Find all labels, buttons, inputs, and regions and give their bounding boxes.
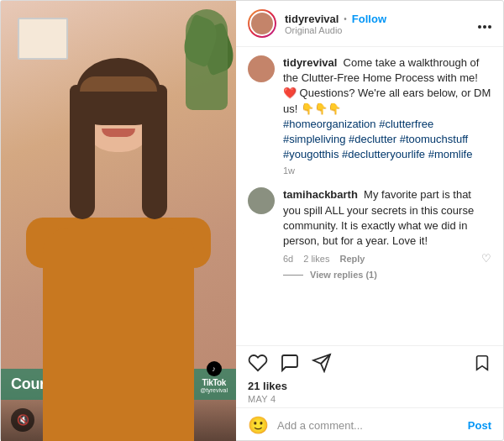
video-panel: Course walkthrough! ♪ TikTok @tyrevival … xyxy=(1,1,236,441)
hair-side-left xyxy=(70,85,95,219)
emoji-button[interactable]: 🙂 xyxy=(248,415,269,435)
tiktok-username: @tyrevival xyxy=(200,387,228,393)
separator: • xyxy=(344,14,347,24)
follow-button[interactable]: Follow xyxy=(352,13,386,25)
comment-2-time: 6d xyxy=(283,254,293,264)
avatar-image xyxy=(249,11,275,36)
bookmark-button[interactable] xyxy=(473,354,491,376)
comment-1-hashtags: #homeorganization #clutterfree #simpleli… xyxy=(283,118,472,160)
action-icons-row xyxy=(248,353,491,376)
view-replies-row: View replies (1) xyxy=(283,270,491,280)
comment-1-content: tidyrevival Come take a walkthrough of t… xyxy=(283,55,491,176)
comment-2-content: tamihackbarth My favorite part is that y… xyxy=(283,187,491,280)
comment-1-text: tidyrevival Come take a walkthrough of t… xyxy=(283,55,491,162)
post-menu-button[interactable] xyxy=(478,15,491,33)
comment-2-meta: 6d 2 likes Reply ♡ xyxy=(283,252,491,265)
post-audio-label: Original Audio xyxy=(285,25,470,35)
comment-2-avatar xyxy=(248,187,275,214)
tiktok-icon: ♪ xyxy=(207,361,222,376)
post-username[interactable]: tidyrevival xyxy=(285,13,339,25)
tiktok-label: TikTok xyxy=(202,378,225,387)
post-avatar xyxy=(248,9,276,38)
comment-1-username[interactable]: tidyrevival xyxy=(283,56,337,69)
share-button[interactable] xyxy=(312,353,332,376)
add-comment-row: 🙂 Post xyxy=(236,407,503,441)
comment-2: tamihackbarth My favorite part is that y… xyxy=(248,187,491,280)
post-header: tidyrevival • Follow Original Audio xyxy=(236,1,503,47)
comments-section: tidyrevival Come take a walkthrough of t… xyxy=(236,47,503,345)
headband xyxy=(80,76,157,92)
comment-button[interactable] xyxy=(280,353,300,376)
comment-input[interactable] xyxy=(277,419,459,432)
comment-1-meta: 1w xyxy=(283,165,491,176)
comment-2-likes: 2 likes xyxy=(303,254,329,264)
svg-point-0 xyxy=(478,25,481,29)
username-row: tidyrevival • Follow xyxy=(285,13,470,25)
post-comment-button[interactable]: Post xyxy=(468,419,491,432)
post-date: May 4 xyxy=(248,394,491,404)
comment-2-username[interactable]: tamihackbarth xyxy=(283,188,358,201)
replies-line xyxy=(283,275,303,276)
mute-icon: 🔇 xyxy=(17,414,29,426)
like-button[interactable] xyxy=(248,353,268,376)
hair-side-right xyxy=(142,85,167,219)
comment-1-time: 1w xyxy=(283,165,295,176)
post-panel: tidyrevival • Follow Original Audio xyxy=(236,1,503,441)
instagram-post: Course walkthrough! ♪ TikTok @tyrevival … xyxy=(0,0,504,441)
svg-point-1 xyxy=(483,25,486,29)
comment-2-text: tamihackbarth My favorite part is that y… xyxy=(283,187,491,249)
shirt xyxy=(43,228,194,441)
view-replies-button[interactable]: View replies (1) xyxy=(310,270,377,280)
mute-button[interactable]: 🔇 xyxy=(11,408,34,432)
svg-point-2 xyxy=(488,25,491,29)
tiktok-watermark: ♪ TikTok @tyrevival xyxy=(200,361,228,393)
comment-2-reply-button[interactable]: Reply xyxy=(339,254,365,264)
comment-1: tidyrevival Come take a walkthrough of t… xyxy=(248,55,491,176)
post-header-info: tidyrevival • Follow Original Audio xyxy=(285,13,470,35)
comment-1-avatar xyxy=(248,55,275,82)
comment-2-heart-icon[interactable]: ♡ xyxy=(481,252,491,265)
likes-count: 21 likes xyxy=(248,380,491,392)
actions-bar: 21 likes May 4 xyxy=(236,345,503,407)
